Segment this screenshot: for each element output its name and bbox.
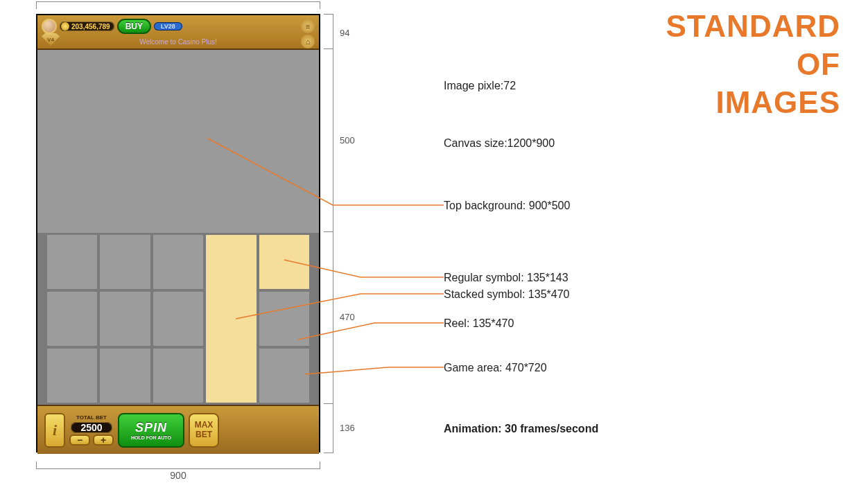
bet-minus-button[interactable]: − bbox=[69, 434, 90, 446]
regular-symbol-highlight bbox=[259, 235, 309, 289]
dimension-footer-h: 136 bbox=[340, 423, 355, 433]
phone-frame: 203,456,789 BUY LV28 ≡ V4 Welcome to Cas… bbox=[36, 14, 320, 453]
phone-diagram: 720 900 203,456,789 BUY LV28 ≡ V4 Welcom… bbox=[36, 14, 348, 453]
reel-2 bbox=[100, 235, 150, 403]
spec-image-pixel: Image pixle:72 bbox=[444, 80, 516, 92]
spin-label: SPIN bbox=[135, 421, 167, 435]
total-bet-label: TOTAL BET bbox=[76, 414, 107, 421]
spec-reel: Reel: 135*470 bbox=[444, 317, 514, 330]
dimension-bottom: 900 bbox=[36, 459, 320, 469]
game-header: 203,456,789 BUY LV28 ≡ V4 Welcome to Cas… bbox=[37, 15, 319, 50]
dimension-topbg-h: 500 bbox=[340, 135, 355, 146]
spec-regular-symbol: Regular symbol: 135*143 bbox=[444, 272, 568, 284]
dimension-top-label: 720 bbox=[170, 0, 186, 1]
home-button[interactable]: ⌂ bbox=[301, 35, 315, 49]
top-background-area bbox=[37, 50, 319, 233]
coin-value: 203,456,789 bbox=[71, 23, 110, 30]
spin-button[interactable]: SPIN HOLD FOR AUTO bbox=[118, 413, 184, 448]
symbol-cell bbox=[47, 235, 97, 289]
spec-game-area: Game area: 470*720 bbox=[444, 362, 547, 374]
reel-4 bbox=[206, 235, 256, 403]
game-footer: i TOTAL BET 2500 − + SPIN HOLD FOR AUTO … bbox=[37, 405, 319, 454]
level-badge[interactable]: LV28 bbox=[154, 22, 182, 30]
max-bet-line2: BET bbox=[196, 430, 212, 439]
dimension-reels-h: 470 bbox=[340, 312, 355, 322]
bet-plus-button[interactable]: + bbox=[93, 434, 114, 446]
symbol-cell bbox=[100, 349, 150, 403]
title-line-2: OF bbox=[666, 45, 840, 83]
marquee-text: Welcome to Casino Plus! bbox=[139, 38, 217, 46]
max-bet-button[interactable]: MAX BET bbox=[189, 413, 219, 448]
symbol-cell bbox=[47, 292, 97, 346]
game-area bbox=[37, 233, 319, 405]
spec-top-bg: Top background: 900*500 bbox=[444, 200, 570, 212]
coin-balance[interactable]: 203,456,789 bbox=[60, 21, 114, 31]
page-title: STANDARD OF IMAGES bbox=[666, 7, 840, 121]
total-bet-value: 2500 bbox=[71, 422, 112, 433]
reel-5 bbox=[259, 235, 309, 403]
menu-button[interactable]: ≡ bbox=[301, 19, 315, 33]
spin-sublabel: HOLD FOR AUTO bbox=[131, 435, 171, 440]
dimension-bottom-label: 900 bbox=[170, 470, 186, 481]
symbol-cell bbox=[259, 292, 309, 346]
info-button[interactable]: i bbox=[44, 413, 65, 448]
symbol-cell bbox=[100, 292, 150, 346]
reel-1 bbox=[47, 235, 97, 403]
symbol-cell bbox=[47, 349, 97, 403]
avatar[interactable] bbox=[42, 19, 57, 34]
symbol-cell bbox=[153, 349, 203, 403]
spec-animation: Animation: 30 frames/second bbox=[444, 423, 598, 435]
vip-badge[interactable]: V4 bbox=[42, 33, 60, 46]
total-bet-box: TOTAL BET 2500 − + bbox=[69, 414, 114, 446]
dimension-top: 720 bbox=[36, 1, 320, 11]
spec-stacked-symbol: Stacked symbol: 135*470 bbox=[444, 288, 569, 301]
stacked-symbol bbox=[206, 235, 256, 403]
symbol-cell bbox=[153, 235, 203, 289]
coin-icon bbox=[61, 22, 69, 30]
title-line-1: STANDARD bbox=[666, 7, 840, 45]
symbol-cell bbox=[259, 349, 309, 403]
spec-canvas-size: Canvas size:1200*900 bbox=[444, 137, 555, 150]
buy-button[interactable]: BUY bbox=[117, 19, 151, 34]
dimension-header-h: 94 bbox=[340, 28, 349, 38]
symbol-cell bbox=[100, 235, 150, 289]
max-bet-line1: MAX bbox=[195, 421, 214, 430]
symbol-cell bbox=[153, 292, 203, 346]
reel-3 bbox=[153, 235, 203, 403]
title-line-3: IMAGES bbox=[666, 83, 840, 121]
